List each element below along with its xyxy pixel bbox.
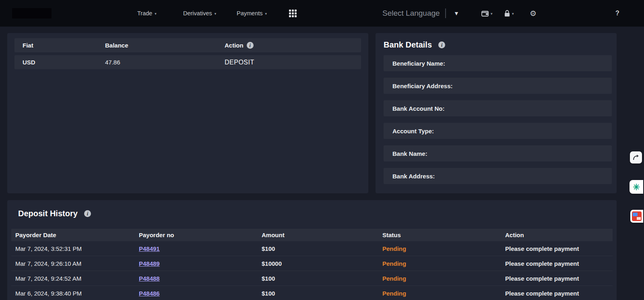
col-payorder-date: Payorder Date — [15, 232, 139, 238]
bank-detail-row: Bank Account No: — [384, 100, 612, 116]
payorder-link[interactable]: P48489 — [139, 260, 160, 267]
bank-detail-row: Bank Name: — [384, 145, 612, 161]
status-badge: Pending — [382, 290, 505, 297]
bank-detail-label: Bank Address: — [392, 173, 435, 180]
chevron-down-icon: ▾ — [512, 11, 514, 16]
nav-derivatives-label: Derivatives — [183, 10, 212, 17]
bank-detail-label: Bank Name: — [392, 150, 427, 157]
logo[interactable] — [12, 8, 52, 19]
share-arrow-icon — [632, 154, 640, 161]
capture-logo-icon — [632, 211, 642, 221]
action-text: Please complete payment — [505, 275, 613, 282]
chevron-down-icon: ▾ — [215, 11, 217, 16]
language-selector[interactable]: Select Language — [382, 9, 440, 18]
action-text: Please complete payment — [505, 245, 613, 252]
info-icon[interactable]: i — [438, 41, 445, 48]
status-badge: Pending — [382, 260, 505, 267]
deposit-history-title: Deposit History — [18, 209, 78, 218]
nav-trade-label: Trade — [137, 10, 152, 17]
divider — [445, 8, 446, 18]
col-status: Status — [382, 232, 505, 238]
share-extension-button[interactable] — [630, 151, 642, 163]
status-badge: Pending — [382, 275, 505, 282]
help-icon[interactable]: ? — [613, 9, 621, 17]
bank-detail-row: Beneficiary Name: — [384, 55, 612, 71]
chevron-down-icon: ▾ — [491, 11, 493, 16]
action-text: Please complete payment — [505, 290, 613, 297]
fiat-column-header: Fiat — [23, 42, 105, 49]
payorder-link[interactable]: P48486 — [139, 290, 160, 297]
nav-payments[interactable]: Payments ▾ — [237, 10, 267, 17]
bank-detail-label: Beneficiary Address: — [392, 83, 453, 89]
payorder-date: Mar 7, 2024, 9:26:10 AM — [15, 260, 139, 267]
status-badge: Pending — [382, 245, 505, 252]
bank-detail-row: Account Type: — [384, 123, 612, 139]
history-header-row: Payorder Date Payorder no Amount Status … — [11, 229, 613, 241]
bank-detail-label: Bank Account No: — [392, 105, 444, 112]
deposit-history-panel: Deposit History i Payorder Date Payorder… — [7, 200, 617, 300]
settings-gear-icon[interactable]: ⚙ — [530, 9, 537, 18]
action-text: Please complete payment — [505, 260, 613, 267]
payorder-date: Mar 7, 2024, 3:52:31 PM — [15, 245, 139, 252]
top-nav: Trade ▾ Derivatives ▾ Payments ▾ Select … — [0, 0, 644, 27]
security-menu[interactable]: ▾ — [504, 10, 514, 17]
fiat-balance-panel: Fiat Balance Action i USD 47.86 DEPOSIT — [7, 33, 368, 193]
fiat-currency: USD — [23, 59, 105, 66]
fiat-header-row: Fiat Balance Action i — [14, 38, 361, 52]
deposit-history-table: Payorder Date Payorder no Amount Status … — [11, 229, 613, 300]
chevron-down-icon: ▾ — [265, 11, 267, 16]
language-dropdown-icon[interactable]: ▼ — [454, 10, 459, 17]
deposit-amount: $10000 — [262, 260, 382, 267]
wallet-icon — [481, 10, 489, 17]
nav-derivatives[interactable]: Derivatives ▾ — [183, 10, 216, 17]
action-column-header: Action — [225, 42, 244, 49]
bank-detail-label: Beneficiary Name: — [392, 60, 445, 67]
deposit-history-row: Mar 7, 2024, 9:26:10 AM P48489 $10000 Pe… — [11, 256, 613, 271]
nav-payments-label: Payments — [237, 10, 262, 17]
apps-grid-icon[interactable] — [289, 10, 297, 17]
deposit-history-row: Mar 7, 2024, 9:24:52 AM P48488 $100 Pend… — [11, 271, 613, 286]
capture-extension-button[interactable] — [630, 210, 643, 223]
bank-detail-row: Beneficiary Address: — [384, 78, 612, 94]
nav-trade[interactable]: Trade ▾ — [137, 10, 157, 17]
deposit-history-row: Mar 7, 2024, 3:52:31 PM P48491 $100 Pend… — [11, 241, 613, 256]
fiat-row-usd: USD 47.86 DEPOSIT — [14, 55, 361, 69]
assistant-logo-icon: ✳ — [633, 183, 640, 191]
payorder-date: Mar 6, 2024, 9:38:40 PM — [15, 290, 139, 297]
deposit-history-row: Mar 6, 2024, 9:38:40 PM P48486 $100 Pend… — [11, 286, 613, 300]
bank-details-panel: Bank Details i Beneficiary Name: Benefic… — [376, 33, 617, 193]
deposit-amount: $100 — [262, 290, 382, 297]
bank-detail-row: Bank Address: — [384, 168, 612, 184]
lock-icon — [504, 10, 510, 17]
balance-column-header: Balance — [105, 42, 225, 49]
bank-details-list: Beneficiary Name: Beneficiary Address: B… — [384, 55, 612, 184]
info-icon[interactable]: i — [84, 210, 91, 217]
col-amount: Amount — [262, 232, 382, 238]
col-payorder-no: Payorder no — [139, 232, 262, 238]
payorder-link[interactable]: P48488 — [139, 275, 160, 282]
wallet-menu[interactable]: ▾ — [481, 10, 493, 17]
payorder-date: Mar 7, 2024, 9:24:52 AM — [15, 275, 139, 282]
bank-details-title: Bank Details — [384, 40, 432, 50]
chevron-down-icon: ▾ — [155, 11, 157, 16]
assistant-extension-button[interactable]: ✳ — [630, 180, 643, 194]
col-action: Action — [505, 232, 613, 238]
bank-detail-label: Account Type: — [392, 128, 434, 134]
fiat-balance: 47.86 — [105, 59, 225, 66]
history-rows: Mar 7, 2024, 3:52:31 PM P48491 $100 Pend… — [11, 241, 613, 300]
deposit-amount: $100 — [262, 275, 382, 282]
payorder-link[interactable]: P48491 — [139, 245, 160, 252]
deposit-amount: $100 — [262, 245, 382, 252]
info-icon[interactable]: i — [247, 42, 254, 49]
deposit-button[interactable]: DEPOSIT — [225, 59, 353, 66]
